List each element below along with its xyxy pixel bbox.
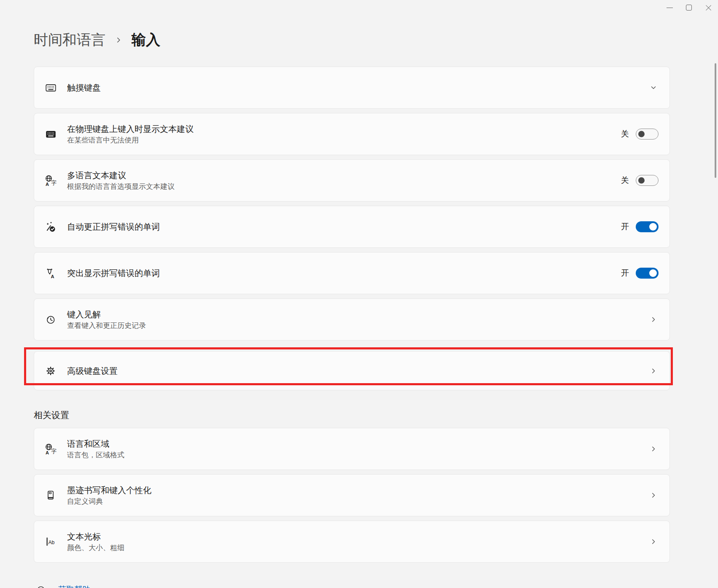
setting-title: 自动更正拼写错误的单词 — [67, 221, 621, 232]
toggle-knob — [649, 223, 657, 231]
toggle-state-label: 开 — [621, 268, 629, 279]
setting-row-language-region[interactable]: A 字 语言和区域 语言包，区域格式 — [34, 428, 670, 470]
svg-text:A: A — [51, 274, 54, 279]
minimize-icon — [667, 8, 673, 8]
chevron-right-icon — [648, 537, 659, 547]
chevron-down-icon — [648, 83, 659, 93]
close-icon — [705, 5, 712, 11]
toggle-hardware-text-suggestions[interactable] — [636, 129, 659, 140]
setting-title: 键入见解 — [67, 309, 648, 320]
get-help-label[interactable]: 获取帮助 — [58, 584, 90, 588]
setting-title: 墨迹书写和键入个性化 — [67, 485, 648, 496]
toggle-knob — [649, 269, 657, 277]
get-help-link[interactable]: 获取帮助 — [34, 584, 670, 588]
autocorrect-wand-icon — [44, 221, 57, 233]
dictionary-icon — [44, 489, 57, 501]
setting-title: 语言和区域 — [67, 438, 648, 449]
vertical-scrollbar-thumb[interactable] — [715, 63, 716, 178]
setting-row-multilingual-suggestions[interactable]: A 字 多语言文本建议 根据我的语言首选项显示文本建议 关 — [34, 159, 670, 201]
toggle-state-label: 关 — [621, 129, 629, 140]
related-settings-header: 相关设置 — [34, 409, 670, 421]
history-icon — [44, 314, 57, 325]
svg-text:Ab: Ab — [48, 540, 54, 545]
window-controls — [660, 0, 718, 15]
toggle-highlight-misspelled[interactable] — [636, 268, 659, 279]
text-cursor-icon: Ab — [44, 536, 57, 548]
touch-keyboard-icon — [44, 82, 57, 94]
setting-title: 突出显示拼写错误的单词 — [67, 268, 621, 279]
chevron-right-icon — [648, 366, 659, 376]
setting-subtitle: 根据我的语言首选项显示文本建议 — [67, 182, 621, 191]
svg-text:字: 字 — [51, 180, 57, 186]
setting-subtitle: 语言包，区域格式 — [67, 451, 648, 460]
setting-row-inking-typing-personalization[interactable]: 墨迹书写和键入个性化 自定义词典 — [34, 474, 670, 516]
setting-row-typing-insights[interactable]: 键入见解 查看键入和更正历史记录 — [34, 298, 670, 341]
toggle-autocorrect[interactable] — [636, 221, 659, 232]
physical-keyboard-icon — [44, 129, 57, 140]
svg-text:A: A — [46, 450, 49, 455]
maximize-icon — [686, 5, 692, 11]
setting-title: 在物理键盘上键入时显示文本建议 — [67, 124, 621, 134]
close-button[interactable] — [699, 0, 718, 15]
setting-row-text-cursor[interactable]: Ab 文本光标 颜色、大小、粗细 — [34, 521, 670, 563]
breadcrumb-chevron-icon — [114, 35, 123, 45]
setting-subtitle: 自定义词典 — [67, 497, 648, 506]
gear-icon — [44, 365, 57, 377]
toggle-state-label: 开 — [621, 221, 629, 232]
chevron-right-icon — [648, 314, 659, 325]
toggle-knob — [638, 177, 645, 184]
highlight-pen-icon: A — [44, 267, 57, 279]
setting-row-highlight-misspelled[interactable]: A 突出显示拼写错误的单词 开 — [34, 252, 670, 294]
setting-row-autocorrect[interactable]: 自动更正拼写错误的单词 开 — [34, 206, 670, 248]
setting-row-hardware-text-suggestions[interactable]: 在物理键盘上键入时显示文本建议 在某些语言中无法使用 关 — [34, 113, 670, 155]
maximize-button[interactable] — [679, 0, 699, 15]
setting-title: 多语言文本建议 — [67, 170, 621, 181]
chevron-right-icon — [648, 444, 659, 454]
language-globe-icon: A 字 — [44, 175, 57, 186]
setting-row-advanced-keyboard-settings[interactable]: 高级键盘设置 — [34, 351, 670, 390]
highlighted-region: 高级键盘设置 — [34, 351, 670, 390]
toggle-multilingual-suggestions[interactable] — [636, 175, 659, 186]
chevron-right-icon — [648, 490, 659, 500]
setting-title: 触摸键盘 — [67, 82, 648, 93]
setting-subtitle: 颜色、大小、粗细 — [67, 543, 648, 553]
setting-subtitle: 在某些语言中无法使用 — [67, 136, 621, 145]
language-globe-icon: A 字 — [44, 443, 57, 455]
setting-subtitle: 查看键入和更正历史记录 — [67, 321, 648, 330]
setting-row-touch-keyboard[interactable]: 触摸键盘 — [34, 67, 670, 109]
minimize-button[interactable] — [660, 0, 679, 15]
setting-title: 文本光标 — [67, 531, 648, 542]
svg-text:字: 字 — [51, 448, 57, 454]
settings-page: 时间和语言 输入 触摸键盘 — [34, 30, 670, 588]
page-title: 输入 — [132, 30, 160, 50]
breadcrumb-parent[interactable]: 时间和语言 — [34, 30, 105, 50]
setting-title: 高级键盘设置 — [67, 365, 648, 376]
get-help-icon — [36, 585, 46, 588]
svg-text:A: A — [46, 182, 49, 186]
toggle-knob — [638, 131, 645, 137]
toggle-state-label: 关 — [621, 175, 629, 186]
breadcrumb: 时间和语言 输入 — [34, 30, 670, 51]
